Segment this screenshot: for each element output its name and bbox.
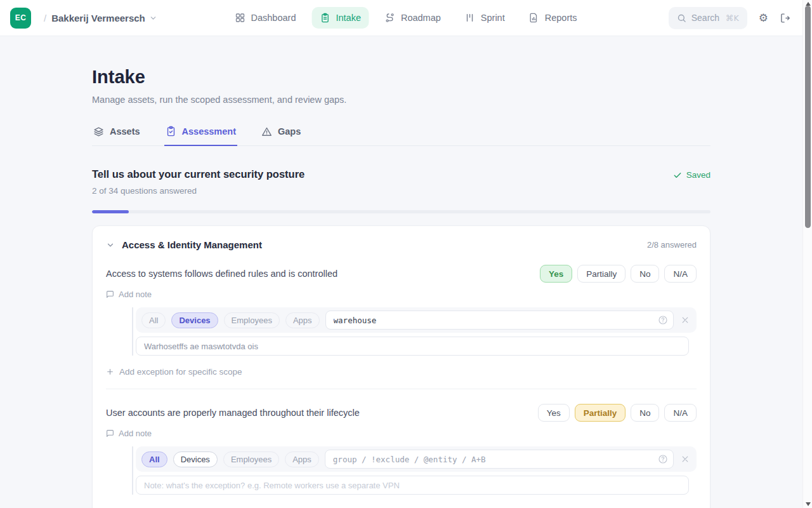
scope-chip-apps[interactable]: Apps <box>285 312 320 328</box>
scope-chip-devices[interactable]: Devices <box>173 451 218 467</box>
remove-exception-button[interactable] <box>679 316 691 324</box>
nav-item-label: Roadmap <box>401 13 441 23</box>
scope-chip-employees[interactable]: Employees <box>223 451 279 467</box>
breadcrumb-separator: / <box>44 13 46 23</box>
option-no[interactable]: No <box>631 404 659 422</box>
scope-filter-input[interactable] <box>334 316 658 325</box>
top-nav: EC / Bakkerij Vermeersch Dashboard Intak… <box>0 0 812 36</box>
app-logo[interactable]: EC <box>10 8 31 29</box>
chevron-down-icon[interactable] <box>106 241 115 250</box>
scroll-down-arrow-icon[interactable] <box>806 502 811 506</box>
add-note-button[interactable]: Add note <box>106 290 152 299</box>
question-text: User accounts are properly managed throu… <box>106 408 523 418</box>
nav-item-label: Reports <box>545 13 577 23</box>
nav-item-intake[interactable]: Intake <box>311 7 369 29</box>
help-circle-icon[interactable] <box>658 315 668 325</box>
logout-icon <box>780 13 790 23</box>
breadcrumb: / Bakkerij Vermeersch <box>44 13 157 23</box>
option-no[interactable]: No <box>631 265 659 283</box>
answer-options: Yes Partially No N/A <box>538 404 697 422</box>
scope-row: All Devices Employees Apps <box>136 307 697 333</box>
search-icon <box>677 13 686 23</box>
page-title: Intake <box>92 67 710 88</box>
progress-bar <box>92 210 710 213</box>
tab-assessment[interactable]: Assessment <box>164 124 237 146</box>
saved-status: Saved <box>673 170 710 180</box>
settings-button[interactable]: ⚙ <box>759 13 768 23</box>
message-square-icon <box>106 429 114 438</box>
scope-exception-editor: All Devices Employees Apps <box>132 446 697 495</box>
scope-filter-field <box>325 311 674 330</box>
layers-icon <box>93 126 104 137</box>
scope-exception-editor: All Devices Employees Apps <box>132 307 697 356</box>
tab-bar: Assets Assessment Gaps <box>92 124 710 146</box>
nav-item-roadmap[interactable]: Roadmap <box>377 7 449 29</box>
alert-triangle-icon <box>261 126 272 137</box>
clipboard-check-icon <box>166 126 176 137</box>
tab-gaps[interactable]: Gaps <box>260 124 302 145</box>
search-shortcut: ⌘K <box>726 13 739 23</box>
scrollbar-thumb[interactable] <box>805 6 811 228</box>
tab-label: Assessment <box>182 126 236 137</box>
option-yes[interactable]: Yes <box>540 265 572 283</box>
exception-note-input[interactable] <box>136 337 689 356</box>
exception-note-input[interactable] <box>136 476 689 495</box>
search-input[interactable]: Search ⌘K <box>669 7 747 29</box>
tab-label: Gaps <box>278 126 301 137</box>
add-exception-button[interactable]: Add exception for specific scope <box>106 367 242 377</box>
gear-icon: ⚙ <box>759 13 768 23</box>
progress-fill <box>92 210 129 213</box>
search-placeholder: Search <box>691 13 721 23</box>
question-text: Access to systems follows defined rules … <box>106 269 525 279</box>
nav-item-dashboard[interactable]: Dashboard <box>227 7 304 29</box>
scope-chip-apps[interactable]: Apps <box>285 451 319 467</box>
tab-label: Assets <box>110 126 140 137</box>
nav-right-cluster: Search ⌘K ⚙ <box>669 7 790 29</box>
org-name: Bakkerij Vermeersch <box>51 13 145 23</box>
answer-options: Yes Partially No N/A <box>540 265 697 283</box>
option-na[interactable]: N/A <box>664 265 697 283</box>
message-square-icon <box>106 290 114 298</box>
nav-item-reports[interactable]: Reports <box>521 7 586 29</box>
add-exception-label: Add exception for specific scope <box>119 367 242 377</box>
section-title: Access & Identity Management <box>122 239 647 250</box>
clipboard-icon <box>320 13 330 23</box>
progress-text: 2 of 34 questions answered <box>92 186 710 196</box>
scope-chip-all[interactable]: All <box>141 451 167 467</box>
nav-item-label: Dashboard <box>251 13 296 23</box>
add-note-label: Add note <box>119 429 152 438</box>
saved-label: Saved <box>686 170 710 180</box>
option-partially[interactable]: Partially <box>577 265 625 283</box>
main-content: Intake Manage assets, run the scoped ass… <box>0 67 812 508</box>
assessment-heading: Tell us about your current security post… <box>92 168 304 180</box>
nav-item-label: Intake <box>336 13 361 23</box>
grid-icon <box>235 13 246 23</box>
report-file-icon <box>529 13 539 23</box>
scope-filter-input[interactable] <box>333 455 658 464</box>
nav-item-sprint[interactable]: Sprint <box>457 7 513 29</box>
option-partially[interactable]: Partially <box>575 404 626 422</box>
org-switcher[interactable]: Bakkerij Vermeersch <box>51 13 157 23</box>
scrollbar[interactable] <box>802 0 812 508</box>
tab-assets[interactable]: Assets <box>92 124 141 145</box>
scope-chip-employees[interactable]: Employees <box>224 312 280 328</box>
help-circle-icon[interactable] <box>658 454 668 464</box>
question-block: Access to systems follows defined rules … <box>106 250 697 389</box>
assessment-header: Tell us about your current security post… <box>92 168 710 180</box>
page-subtitle: Manage assets, run the scoped assessment… <box>92 95 710 105</box>
section-header[interactable]: Access & Identity Management 2/8 answere… <box>106 239 697 250</box>
option-na[interactable]: N/A <box>664 404 697 422</box>
scope-chip-all[interactable]: All <box>141 312 166 328</box>
plus-icon <box>106 368 114 376</box>
kanban-icon <box>465 13 475 23</box>
question-block: User accounts are properly managed throu… <box>106 389 697 508</box>
nav-item-label: Sprint <box>481 13 505 23</box>
scope-row: All Devices Employees Apps <box>136 446 697 472</box>
scope-filter-field <box>325 450 674 469</box>
logout-button[interactable] <box>780 13 790 23</box>
remove-exception-button[interactable] <box>679 455 691 464</box>
add-note-button[interactable]: Add note <box>106 429 152 438</box>
option-yes[interactable]: Yes <box>538 404 570 422</box>
add-note-label: Add note <box>119 290 152 299</box>
scope-chip-devices[interactable]: Devices <box>171 312 218 328</box>
